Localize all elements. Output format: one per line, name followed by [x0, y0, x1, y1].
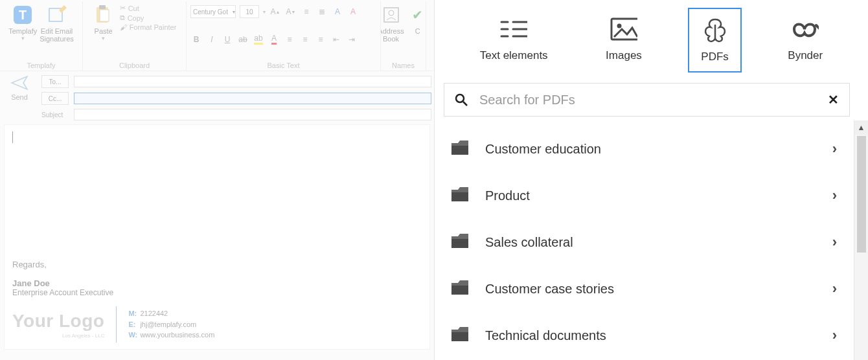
ribbon: T Templafy ▾ Edit Email Signatures Templ…	[0, 0, 434, 71]
copy-button[interactable]: ⧉Copy	[120, 14, 177, 22]
indent-more-icon[interactable]: ⇥	[346, 34, 358, 45]
scroll-thumb[interactable]	[857, 136, 866, 253]
outlook-compose-pane: T Templafy ▾ Edit Email Signatures Templ…	[0, 0, 434, 360]
edit-signatures-icon	[46, 4, 68, 26]
images-icon	[610, 16, 637, 43]
check-names-button[interactable]: ✔ C	[407, 4, 426, 35]
sig-m-val: 2122442	[140, 309, 168, 317]
align-left-icon[interactable]: ≡	[284, 34, 295, 45]
folder-label: Sales collateral	[485, 235, 832, 250]
clear-format-icon[interactable]: A	[347, 6, 359, 17]
folder-item-sales-collateral[interactable]: Sales collateral ›	[450, 219, 854, 265]
chevron-right-icon: ›	[832, 234, 837, 251]
paste-label: Paste	[95, 27, 113, 35]
svg-text:T: T	[19, 8, 27, 22]
chevron-right-icon: ›	[832, 141, 837, 157]
folder-item-customer-education[interactable]: Customer education ›	[450, 126, 854, 172]
svg-rect-4	[100, 10, 109, 21]
to-button[interactable]: To...	[41, 75, 69, 88]
tab-label: Bynder	[788, 49, 823, 62]
chevron-right-icon: ›	[832, 327, 837, 344]
address-book-button[interactable]: Address Book	[381, 4, 404, 43]
folder-icon	[450, 326, 470, 345]
close-icon[interactable]: ✕	[828, 92, 839, 107]
tab-text-elements[interactable]: Text elements	[468, 8, 560, 73]
highlight-button[interactable]: ab	[253, 34, 264, 45]
check-names-icon: ✔	[407, 4, 426, 26]
pdfs-icon	[702, 17, 729, 44]
format-painter-icon: 🖌	[120, 23, 127, 31]
chevron-right-icon: ›	[832, 187, 837, 204]
search-bar: ✕	[444, 83, 850, 117]
font-family-value: Century Got	[193, 8, 228, 16]
increase-font-icon[interactable]: A▲	[269, 6, 281, 17]
edit-signatures-label: Edit Email Signatures	[40, 27, 74, 43]
compose-header: Send To... Cc... Subject	[0, 71, 434, 120]
font-size-select[interactable]: 10	[240, 5, 259, 18]
group-label-basictext: Basic Text	[268, 62, 300, 69]
cc-button[interactable]: Cc...	[41, 92, 69, 105]
underline-button[interactable]: U	[222, 34, 233, 45]
folder-icon	[450, 279, 470, 298]
edit-signatures-button[interactable]: Edit Email Signatures	[40, 4, 74, 43]
styles-icon[interactable]: A	[332, 6, 343, 17]
send-button[interactable]: Send	[4, 75, 35, 120]
align-center-icon[interactable]: ≡	[299, 34, 311, 45]
font-family-select[interactable]: Century Got▾	[190, 5, 236, 18]
italic-button[interactable]: I	[206, 34, 218, 45]
scissors-icon: ✂	[120, 4, 126, 12]
email-signature: Regards, Jane Doe Enterprise Account Exe…	[12, 260, 422, 343]
group-label-names: Names	[392, 62, 415, 69]
group-label-templafy: Templafy	[27, 62, 55, 69]
sig-m-label: M:	[128, 308, 140, 319]
to-input[interactable]	[74, 76, 431, 87]
format-painter-button[interactable]: 🖌Format Painter	[120, 23, 177, 31]
cc-input[interactable]	[74, 93, 431, 104]
numbering-icon[interactable]: ≣	[316, 6, 328, 17]
strike-button[interactable]: ab	[237, 34, 249, 45]
templafy-icon: T	[12, 4, 34, 26]
folder-item-customer-case-stories[interactable]: Customer case stories ›	[450, 265, 854, 312]
paste-button[interactable]: Paste ▾	[93, 4, 115, 41]
svg-rect-6	[384, 8, 398, 22]
ribbon-group-clipboard: Paste ▾ ✂Cut ⧉Copy 🖌Format Painter Clipb…	[83, 1, 187, 71]
sig-e-val: jhj@templafy.com	[140, 321, 196, 328]
send-icon	[10, 75, 29, 91]
scroll-up-icon[interactable]: ▲	[854, 120, 868, 135]
svg-point-7	[389, 10, 394, 16]
address-book-icon	[381, 4, 402, 26]
tab-bynder[interactable]: Bynder	[776, 8, 834, 73]
templafy-button[interactable]: T Templafy ▾	[8, 4, 37, 41]
bullets-icon[interactable]: ≡	[301, 6, 312, 17]
folder-item-product[interactable]: Product ›	[450, 172, 854, 219]
tab-pdfs[interactable]: PDFs	[688, 8, 742, 73]
folder-icon	[450, 139, 470, 159]
templafy-label: Templafy	[8, 27, 37, 35]
bold-button[interactable]: B	[190, 34, 202, 45]
svg-line-17	[463, 102, 467, 106]
tab-label: Images	[606, 49, 642, 62]
group-label-clipboard: Clipboard	[119, 62, 150, 69]
sig-logo: Your Logo Los Angeles - LLC	[12, 311, 104, 339]
search-input[interactable]	[479, 93, 816, 107]
sig-contacts: M:2122442 E:jhj@templafy.com W:www.yourb…	[128, 308, 214, 341]
scrollbar[interactable]: ▲	[854, 120, 868, 360]
sig-w-label: W:	[128, 330, 140, 341]
folder-item-technical-documents[interactable]: Technical documents ›	[450, 312, 854, 359]
copy-icon: ⧉	[120, 14, 125, 22]
sig-name: Jane Doe	[12, 278, 422, 288]
align-right-icon[interactable]: ≡	[315, 34, 326, 45]
font-color-button[interactable]: A	[268, 34, 280, 45]
subject-input[interactable]	[74, 109, 431, 120]
panel-tabs: Text elements Images PDFs Bynder	[435, 0, 868, 79]
text-cursor	[12, 131, 13, 143]
tab-images[interactable]: Images	[594, 8, 654, 73]
folder-label: Technical documents	[485, 328, 832, 343]
indent-less-icon[interactable]: ⇤	[330, 34, 342, 45]
templafy-panel: Text elements Images PDFs Bynder ✕	[434, 0, 868, 360]
cut-button[interactable]: ✂Cut	[120, 4, 177, 12]
sig-divider	[116, 306, 117, 343]
decrease-font-icon[interactable]: A▼	[285, 6, 297, 17]
message-body[interactable]: Regards, Jane Doe Enterprise Account Exe…	[4, 124, 430, 350]
format-painter-label: Format Painter	[130, 23, 177, 31]
